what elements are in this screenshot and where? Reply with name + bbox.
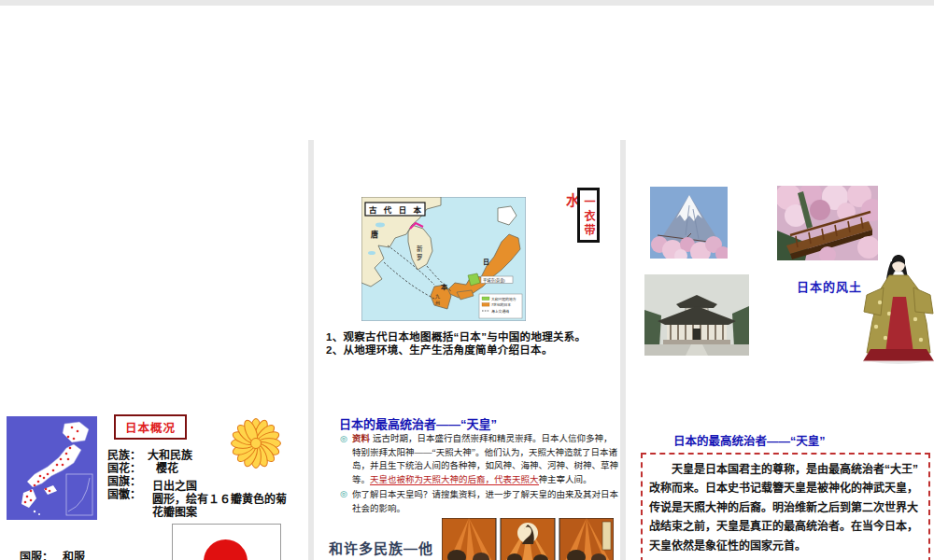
legend-label-yamato: 大和兴起的地方	[491, 297, 517, 301]
scenery-caption: 日本的风土	[797, 277, 862, 295]
question-bullet-icon: ◎	[340, 489, 347, 498]
slide-thumbnail-japan-scenery[interactable]: 日本的风土	[626, 146, 934, 375]
japan-prefecture-map-image	[7, 416, 97, 520]
slide-title: 日本的最高统治者——“天皇”	[673, 431, 826, 449]
map-label-china: 唐	[371, 230, 378, 239]
map-label-capital: 平城京(奈良)	[483, 277, 505, 284]
mount-fuji-photo	[650, 187, 728, 259]
fact-value-guofu: 和服	[63, 548, 85, 560]
map-legend: 大和兴起的地方 7世纪的日本 海上交通线	[479, 294, 522, 318]
question-line-2: 2、从地理环境、生产生活角度简单介绍日本。	[326, 342, 616, 357]
ziliao-paragraph: 资料远古时期，日本盛行自然崇拜和精灵崇拜。日本人信仰多神，特别崇拜太阳神——“天…	[352, 432, 619, 487]
slide-thumbnail-tenno-intro[interactable]: 日本的最高统治者——“天皇” ◎ 资料远古时期，日本盛行自然崇拜和精灵崇拜。日本…	[314, 381, 620, 560]
flag-sun-disc	[204, 539, 248, 560]
partial-sentence-text: 和许多民族—他	[329, 538, 433, 557]
fact-label-guofu: 国服：	[20, 548, 53, 560]
overview-heading-box: 日本概况	[114, 414, 187, 440]
ziliao-label: 资料	[352, 434, 370, 443]
chrysanthemum-emblem	[227, 416, 285, 472]
slide-title: 日本的最高统治者——“天皇”	[339, 414, 497, 432]
legend-label-japan7c: 7世纪的日本	[491, 302, 511, 307]
slide-thumbnail-japan-overview[interactable]: 日本概况 民族： 大和民族 国花： 樱花 国旗： 日出之国 国徽： 圆形，绘有１…	[0, 381, 308, 560]
map-title: 古 代 日 本	[369, 205, 424, 215]
grid-divider-horizontal	[0, 0, 934, 6]
slide-thumbnail-ancient-japan-map[interactable]: 唐 新 罗 日 本 九 州 平城京(奈良) 古 代 日 本 大和兴起的地方 7世…	[314, 146, 620, 375]
temple-photo	[644, 274, 749, 356]
ancient-japan-map-image: 唐 新 罗 日 本 九 州 平城京(奈良) 古 代 日 本 大和兴起的地方 7世…	[361, 197, 526, 321]
fact-value-guohua: 樱花	[156, 459, 178, 475]
map-label-kyushu-2: 州	[435, 300, 440, 305]
tenno-description-box: 天皇是日本国君主的尊称，是由最高统治者“大王”改称而来。日本史书记载簪天皇是被神…	[641, 453, 930, 560]
slide-thumbnail-tenno-text[interactable]: 日本的最高统治者——“天皇” 天皇是日本国君主的尊称，是由最高统治者“大王”改称…	[626, 381, 934, 560]
fact-value-guohui-line2: 花瓣图案	[152, 503, 197, 519]
map-label-korea-1: 新	[417, 245, 423, 253]
amaterasu-ukiyoe-triptych-image	[442, 518, 614, 560]
map-label-kyushu-1: 九	[435, 293, 440, 300]
ziliao-bullet-icon: ◎	[340, 434, 347, 443]
vertical-strip-yiyidaishui: 一衣带	[577, 188, 600, 243]
legend-label-searoute: 海上交通线	[491, 309, 509, 314]
kimono-woman-illustration	[861, 248, 934, 366]
map-label-japan-1: 日	[483, 259, 489, 266]
slide-thumbnail-blank[interactable]	[0, 146, 308, 375]
fact-label-guohui: 国徽：	[107, 485, 141, 501]
japan-flag-image	[172, 524, 281, 560]
ziliao-text-end: 神主宰人间。	[539, 475, 592, 484]
map-label-japan-2: 本	[440, 283, 447, 291]
slide-sorter-page: 唐 新 罗 日 本 九 州 平城京(奈良) 古 代 日 本 大和兴起的地方 7世…	[0, 0, 934, 560]
inquiry-question: 你了解日本天皇吗？请搜集资料，进一步了解天皇的由来及其对日本社会的影响。	[352, 488, 619, 515]
map-label-korea-2: 罗	[417, 254, 423, 261]
ziliao-highlight-underlined: 天皇也被称为天照大神的后裔，代表天照大	[370, 475, 539, 485]
